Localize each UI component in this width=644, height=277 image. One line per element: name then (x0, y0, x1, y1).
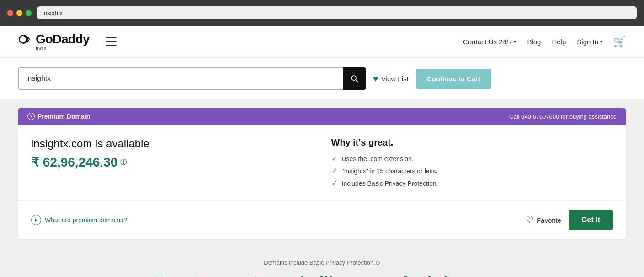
premium-label-text: Premium Domain (37, 113, 90, 120)
contact-us-label: Contact Us 24/7 (463, 38, 512, 46)
premium-domain-card: ? Premium Domain Call 040 67607600 for b… (18, 108, 626, 239)
logo-area: GoDaddy India (18, 32, 89, 51)
check-icon-2: ✓ (331, 167, 337, 175)
premium-label: ? Premium Domain (27, 113, 90, 120)
card-body: insightx.com is available ₹ 62,96,246.30… (18, 125, 626, 191)
sign-in-label: Sign In (577, 38, 598, 46)
chevron-down-icon: ▾ (514, 39, 516, 44)
godaddy-logo-icon (18, 32, 33, 47)
country-label: India (36, 46, 47, 51)
search-button[interactable] (343, 67, 366, 90)
check-icon-1: ✓ (331, 154, 337, 163)
hamburger-menu[interactable] (106, 37, 117, 46)
heart-icon: ♥ (373, 73, 378, 84)
domain-price: ₹ 62,96,246.30 ⓘ (31, 155, 313, 170)
blog-link[interactable]: Blog (527, 38, 541, 46)
logo[interactable]: GoDaddy (18, 32, 89, 47)
domain-info: insightx.com is available ₹ 62,96,246.30… (31, 137, 313, 191)
get-it-button[interactable]: Get It (569, 210, 613, 230)
main-content: ? Premium Domain Call 040 67607600 for b… (0, 99, 644, 248)
navbar: GoDaddy India Contact Us 24/7 ▾ Blog Hel… (0, 26, 644, 58)
sign-in-button[interactable]: Sign In ▾ (577, 38, 602, 46)
favorite-button[interactable]: ♡ Favorite (526, 214, 561, 225)
address-bar[interactable] (37, 6, 637, 19)
favorite-heart-icon: ♡ (526, 214, 534, 225)
cart-button[interactable]: 🛒 (613, 36, 626, 47)
info-icon: ? (27, 113, 35, 120)
maximize-light[interactable] (26, 10, 32, 16)
traffic-lights (7, 10, 32, 16)
what-premium-link[interactable]: ▶ What are premium domains? (31, 215, 127, 225)
what-premium-label: What are premium domains? (45, 216, 127, 224)
call-text: Call 040 67607600 for buying assistance (509, 113, 617, 120)
privacy-text: Domains include Basic Privacy Protection… (18, 259, 626, 266)
why-text-2: "Insightx" is 15 characters or less. (342, 167, 438, 175)
continue-to-cart-button[interactable]: Continue to Cart (416, 69, 492, 89)
search-wrapper (18, 67, 366, 90)
why-great-section: Why it's great. ✓ Uses the .com extensio… (331, 137, 613, 191)
favorite-label: Favorite (537, 216, 561, 224)
help-link[interactable]: Help (552, 38, 566, 46)
why-text-1: Uses the .com extension. (342, 155, 414, 162)
why-list: ✓ Uses the .com extension. ✓ "Insightx" … (331, 154, 613, 188)
search-section: ♥ View List Continue to Cart (0, 58, 644, 99)
why-item-3: ✓ Includes Basic Privacy Protection. (331, 179, 613, 188)
domain-available-text: insightx.com is available (31, 137, 313, 150)
view-list-button[interactable]: ♥ View List (373, 73, 409, 84)
footer-right: ♡ Favorite Get It (526, 210, 613, 230)
why-item-1: ✓ Uses the .com extension. (331, 154, 613, 163)
search-input[interactable] (18, 67, 343, 90)
premium-header: ? Premium Domain Call 040 67607600 for b… (18, 108, 626, 125)
contact-us-button[interactable]: Contact Us 24/7 ▾ (463, 38, 516, 46)
page: GoDaddy India Contact Us 24/7 ▾ Blog Hel… (0, 26, 644, 277)
browser-chrome (0, 0, 644, 26)
chevron-down-icon: ▾ (600, 39, 602, 44)
price-value: ₹ 62,96,246.30 (31, 155, 117, 170)
price-info-icon[interactable]: ⓘ (120, 158, 127, 167)
close-light[interactable] (7, 10, 13, 16)
search-icon (350, 74, 359, 83)
play-icon: ▶ (31, 215, 41, 225)
nav-right: Contact Us 24/7 ▾ Blog Help Sign In ▾ 🛒 (463, 36, 626, 47)
why-title: Why it's great. (331, 137, 613, 148)
why-item-2: ✓ "Insightx" is 15 characters or less. (331, 167, 613, 175)
custom-domain-text: Use Custom Domain like .com, .in. info, … (18, 273, 626, 277)
why-text-3: Includes Basic Privacy Protection. (342, 180, 438, 187)
card-footer: ▶ What are premium domains? ♡ Favorite G… (18, 200, 626, 239)
minimize-light[interactable] (16, 10, 22, 16)
check-icon-3: ✓ (331, 179, 337, 188)
logo-text: GoDaddy (36, 32, 89, 47)
view-list-label: View List (381, 75, 409, 83)
bottom-section: Domains include Basic Privacy Protection… (0, 248, 644, 277)
